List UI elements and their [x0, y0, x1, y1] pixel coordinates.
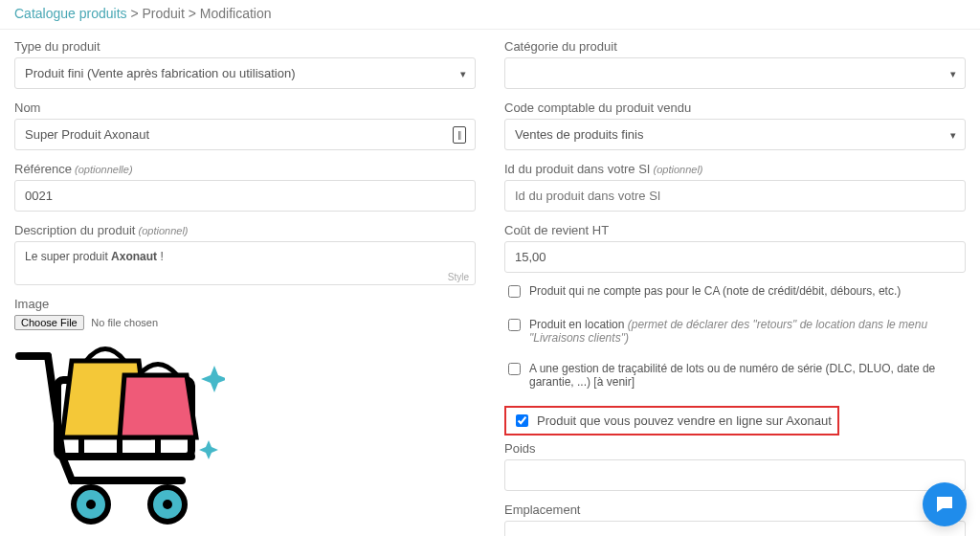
checkbox-row-location: Produit en location (permet de déclarer … [504, 318, 966, 345]
breadcrumb-leaf: Modification [200, 6, 272, 21]
location-label: Emplacement [504, 502, 966, 517]
checkbox-location[interactable] [508, 319, 521, 331]
type-label: Type du produit [14, 39, 476, 54]
checkbox-row-trace: A une gestion de traçabilité de lots ou … [504, 362, 966, 389]
checkbox-traceability[interactable] [508, 363, 521, 375]
breadcrumb: Catalogue produits > Produit > Modificat… [0, 0, 980, 30]
checkbox-location-label: Produit en location (permet de déclarer … [529, 318, 966, 345]
no-file-chosen-text: No file chosen [91, 317, 158, 328]
checkbox-row-online-highlight: Produit que vous pouvez vendre en ligne … [504, 406, 839, 436]
svg-point-10 [86, 500, 96, 509]
location-input[interactable] [504, 521, 966, 536]
checkbox-sell-online-label: Produit que vous pouvez vendre en ligne … [537, 413, 832, 428]
svg-marker-14 [120, 375, 196, 437]
description-label: Description du produit (optionnel) [14, 223, 476, 237]
type-select[interactable]: Produit fini (Vente après fabrication ou… [14, 57, 476, 89]
breadcrumb-sep: > [185, 6, 200, 21]
accounting-code-label: Code comptable du produit vendu [504, 100, 966, 115]
checkbox-sell-online[interactable] [516, 414, 528, 427]
si-id-input[interactable] [504, 180, 966, 212]
name-label: Nom [14, 100, 476, 115]
shopping-cart-icon [14, 342, 225, 533]
name-input[interactable] [14, 119, 476, 150]
breadcrumb-root-link[interactable]: Catalogue produits [14, 6, 127, 21]
description-editor[interactable]: Le super produit Axonaut ! Style [14, 241, 476, 285]
cost-input[interactable] [504, 241, 966, 273]
svg-point-12 [163, 500, 172, 509]
image-label: Image [14, 297, 476, 311]
main-content: Type du produit Produit fini (Vente aprè… [0, 30, 980, 536]
reference-input[interactable] [14, 180, 476, 212]
si-id-label: Id du produit dans votre SI (optionnel) [504, 162, 966, 176]
accounting-code-select[interactable]: Ventes de produits finis [504, 119, 966, 150]
checkbox-row-ca: Produit qui ne compte pas pour le CA (no… [504, 284, 966, 301]
checkbox-not-ca-label: Produit qui ne compte pas pour le CA (no… [529, 284, 901, 298]
category-label: Catégorie du produit [504, 39, 966, 54]
breadcrumb-mid: Produit [143, 6, 185, 21]
chat-widget-button[interactable] [923, 482, 967, 526]
weight-label: Poids [504, 441, 966, 456]
chat-icon [933, 493, 956, 516]
breadcrumb-sep: > [127, 6, 143, 21]
weight-input[interactable] [504, 459, 966, 491]
product-image-preview [14, 342, 476, 536]
left-column: Type du produit Produit fini (Vente aprè… [14, 39, 476, 536]
editor-style-label: Style [448, 272, 469, 282]
choose-file-button[interactable]: Choose File [14, 315, 84, 330]
description-text: Le super produit Axonaut ! [25, 250, 164, 263]
checkbox-traceability-label: A une gestion de traçabilité de lots ou … [529, 362, 966, 389]
reference-label: Référence (optionnelle) [14, 162, 476, 176]
right-column: Catégorie du produit Code comptable du p… [504, 39, 966, 536]
category-select[interactable] [504, 57, 966, 89]
checkbox-not-ca[interactable] [508, 285, 521, 298]
cost-label: Coût de revient HT [504, 223, 966, 237]
barcode-icon[interactable]: ∥ [453, 126, 466, 144]
